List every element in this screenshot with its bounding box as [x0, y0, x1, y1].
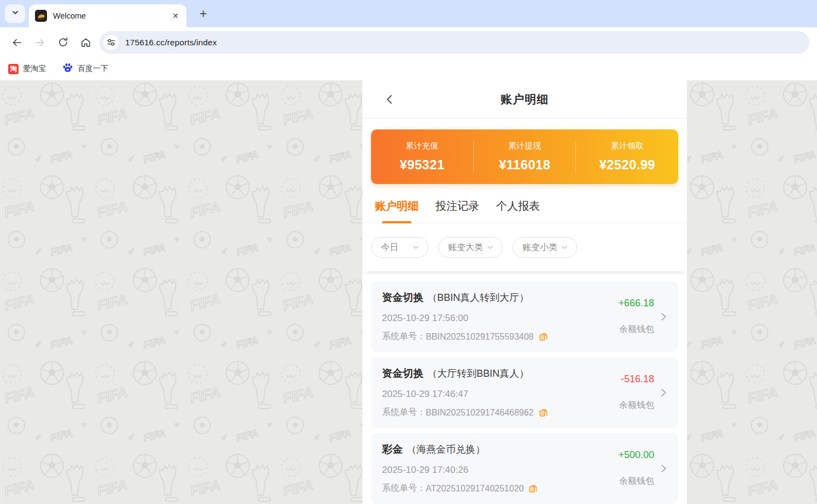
chevron-right-icon[interactable] — [656, 388, 671, 398]
transaction-amount: +666.18 — [618, 298, 654, 309]
transaction-row[interactable]: 资金切换 （BBIN真人转到大厅） 2025-10-29 17:56:00 系统… — [371, 281, 678, 352]
tab-label: 投注记录 — [436, 200, 479, 212]
tab-personal-report[interactable]: 个人报表 — [496, 199, 540, 223]
transaction-subtitle: （BBIN真人转到大厅） — [427, 291, 529, 304]
account-panel: 账户明细 累计充值 ¥95321 累计提现 ¥116018 累计领取 ¥2520… — [362, 80, 687, 504]
summary-value: ¥95321 — [399, 157, 444, 173]
tab-close-icon[interactable]: ✕ — [170, 10, 181, 21]
filter-minor-category-dropdown[interactable]: 账变小类 — [513, 237, 577, 258]
filter-bar: 今日 账变大类 账变小类 — [362, 223, 687, 271]
transaction-subtitle: （海燕金币兑换） — [407, 443, 485, 456]
summary-label: 累计提现 — [508, 141, 541, 151]
back-chevron-button[interactable] — [379, 88, 401, 110]
tab-label: 个人报表 — [496, 200, 540, 212]
transaction-info: 资金切换 （BBIN真人转到大厅） 2025-10-29 17:56:00 系统… — [382, 290, 618, 342]
filter-label: 账变小类 — [522, 242, 557, 253]
wallet-label: 余额钱包 — [619, 324, 654, 335]
transaction-amount: -516.18 — [621, 373, 654, 385]
wallet-label: 余额钱包 — [619, 400, 654, 411]
site-favicon-icon — [35, 10, 47, 22]
chevron-right-icon[interactable] — [656, 312, 671, 322]
transaction-datetime: 2025-10-29 17:40:26 — [382, 465, 618, 476]
browser-tab[interactable]: Welcome ✕ — [29, 4, 186, 27]
tab-label: 账户明细 — [375, 200, 419, 212]
chevron-down-icon — [11, 8, 20, 19]
summary-label: 累计充值 — [405, 141, 438, 151]
order-number: AT202510291740251020 — [426, 484, 524, 494]
reload-button[interactable] — [51, 31, 74, 54]
tab-strip: Welcome ✕ + — [0, 0, 817, 27]
wallet-label: 余额钱包 — [619, 476, 654, 487]
order-label: 系统单号： — [382, 483, 426, 494]
filter-label: 今日 — [381, 242, 398, 253]
filter-date-dropdown[interactable]: 今日 — [371, 237, 428, 258]
transaction-row[interactable]: 资金切换 （大厅转到BBIN真人） 2025-10-29 17:46:47 系统… — [371, 357, 678, 428]
summary-card: 累计充值 ¥95321 累计提现 ¥116018 累计领取 ¥2520.99 — [371, 129, 678, 184]
order-label: 系统单号： — [382, 407, 426, 418]
url-text[interactable]: 175616.cc/reports/index — [125, 38, 217, 48]
summary-recharge: 累计充值 ¥95321 — [371, 129, 473, 184]
order-number: BBIN202510291746468962 — [426, 408, 534, 418]
summary-label: 累计领取 — [611, 141, 644, 151]
copy-icon[interactable] — [528, 484, 538, 493]
tab-search-button[interactable] — [5, 4, 25, 23]
section-tabs: 账户明细 投注记录 个人报表 — [362, 199, 687, 223]
transaction-info: 资金切换 （大厅转到BBIN真人） 2025-10-29 17:46:47 系统… — [382, 366, 619, 418]
transaction-type: 资金切换 — [382, 290, 424, 305]
url-bar[interactable]: 175616.cc/reports/index — [99, 31, 809, 54]
back-button[interactable] — [5, 31, 28, 54]
browser-window: Welcome ✕ + 1756 — [0, 0, 817, 504]
baidu-paw-icon — [62, 62, 73, 75]
browser-toolbar: 175616.cc/reports/index — [0, 27, 817, 57]
tab-title: Welcome — [53, 11, 170, 20]
summary-withdraw: 累计提现 ¥116018 — [474, 129, 576, 184]
order-number: BBIN202510291755593408 — [426, 332, 534, 342]
new-tab-button[interactable]: + — [195, 5, 211, 22]
transaction-amount: +500.00 — [618, 449, 654, 461]
transaction-info: 彩金 （海燕金币兑换） 2025-10-29 17:40:26 系统单号： AT… — [382, 442, 618, 494]
bookmark-label: 百度一下 — [78, 64, 108, 74]
chevron-down-icon — [412, 244, 420, 251]
copy-icon[interactable] — [539, 408, 548, 417]
site-settings-icon[interactable] — [103, 35, 119, 50]
bookmark-aitaobao[interactable]: 淘 爱淘宝 — [8, 64, 46, 74]
transaction-type: 资金切换 — [382, 366, 424, 381]
transaction-datetime: 2025-10-29 17:56:00 — [382, 313, 618, 324]
chevron-down-icon — [561, 244, 568, 251]
page-title: 账户明细 — [501, 92, 549, 107]
bookmark-baidu[interactable]: 百度一下 — [62, 62, 108, 75]
tab-account-details[interactable]: 账户明细 — [375, 199, 419, 223]
transaction-list: 资金切换 （BBIN真人转到大厅） 2025-10-29 17:56:00 系统… — [362, 271, 687, 504]
bookmark-label: 爱淘宝 — [23, 64, 46, 74]
tab-bet-records[interactable]: 投注记录 — [436, 199, 479, 223]
summary-claimed: 累计领取 ¥2520.99 — [576, 129, 678, 184]
summary-value: ¥116018 — [499, 157, 550, 173]
transaction-row[interactable]: 彩金 （海燕金币兑换） 2025-10-29 17:40:26 系统单号： AT… — [371, 433, 678, 504]
transaction-datetime: 2025-10-29 17:46:47 — [382, 389, 619, 400]
chevron-right-icon[interactable] — [656, 464, 671, 473]
order-label: 系统单号： — [382, 331, 426, 342]
copy-icon[interactable] — [539, 332, 548, 341]
page-background: FIFA FIFA 账户明细 累计充值 ¥95321 — [0, 80, 817, 504]
panel-header: 账户明细 — [362, 80, 687, 118]
summary-value: ¥2520.99 — [599, 157, 655, 173]
taobao-icon: 淘 — [8, 64, 19, 74]
forward-button[interactable] — [28, 31, 51, 54]
bookmarks-bar: 淘 爱淘宝 百度一下 — [0, 57, 817, 80]
filter-label: 账变大类 — [448, 242, 483, 253]
filter-major-category-dropdown[interactable]: 账变大类 — [438, 237, 503, 258]
transaction-subtitle: （大厅转到BBIN真人） — [427, 367, 529, 380]
transaction-type: 彩金 — [382, 442, 403, 456]
chevron-down-icon — [486, 244, 494, 251]
home-button[interactable] — [74, 31, 97, 54]
